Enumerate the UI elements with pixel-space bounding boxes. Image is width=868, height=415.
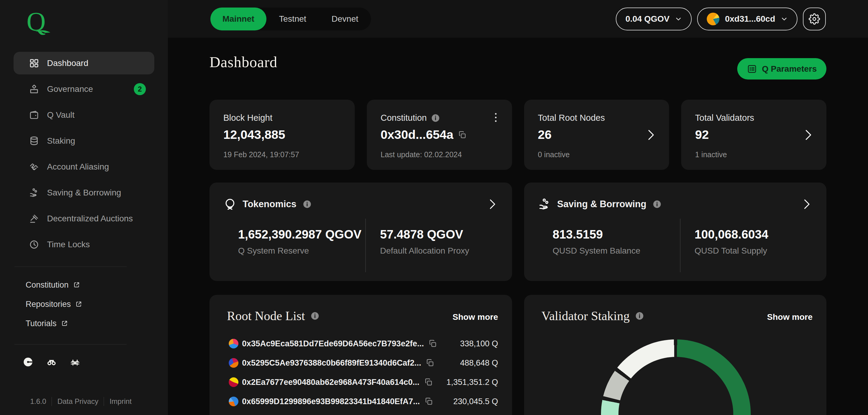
topbar-right: 0.04 QGOV 0xd31...60cd <box>616 7 826 30</box>
info-icon[interactable] <box>431 113 440 123</box>
footer-separator <box>104 397 104 406</box>
pie-chart-icon[interactable] <box>23 356 33 368</box>
network-tab-testnet[interactable]: Testnet <box>267 7 319 30</box>
stat-sub: 0 inactive <box>538 150 655 159</box>
sidebar-link-label: Constitution <box>26 280 69 290</box>
address-avatar <box>229 377 239 387</box>
sidebar-link-repositories[interactable]: Repositories <box>0 295 168 314</box>
total-validators-card[interactable]: Total Validators 92 1 inactive <box>681 100 827 170</box>
wallet-avatar <box>707 13 719 25</box>
node-address: 0x65999D1299896e93B99823341b41840EfA7... <box>242 397 420 406</box>
sidebar-item-account-aliasing[interactable]: Account Aliasing <box>13 155 154 178</box>
constitution-card[interactable]: Constitution 0x30d...654a Last update: 0… <box>367 100 512 170</box>
sidebar-divider <box>14 267 127 267</box>
stat-label: QUSD System Balance <box>553 246 641 256</box>
sidebar-item-label: Governance <box>47 84 93 94</box>
gear-icon <box>809 13 820 25</box>
stat-value: 1,652,390.2987 QGOV <box>238 228 361 241</box>
copy-icon[interactable] <box>458 130 467 139</box>
table-row[interactable]: 0x2Ea7677ee90480ab62e968A473F40a614c0...… <box>210 373 512 392</box>
table-row[interactable]: 0x35Ac9Eca581Dd7Ede69D6A56ec7B793e2fe...… <box>210 334 512 353</box>
data-privacy-link[interactable]: Data Privacy <box>57 397 98 406</box>
allocation-stat: 57.4878 QGOV Default Allocation Proxy <box>380 228 469 256</box>
copy-icon[interactable] <box>426 358 434 368</box>
stats-row: Block Height 12,043,885 19 Feb 2024, 19:… <box>210 100 827 170</box>
q-parameters-label: Q Parameters <box>762 64 817 74</box>
root-node-list-card: Root Node List Show more 0x35Ac9Eca581Dd… <box>210 295 512 415</box>
balance-label: 0.04 QGOV <box>625 14 670 24</box>
tokenomics-card[interactable]: Tokenomics 1,652,390.2987 QGOV Q System … <box>210 182 512 281</box>
stat-label: QUSD Total Supply <box>695 246 769 256</box>
settings-button[interactable] <box>803 7 826 30</box>
total-stake-donut-chart[interactable]: Total Stake <box>601 339 751 415</box>
saving-borrowing-card[interactable]: Saving & Borrowing 813.5159 QUSD System … <box>524 182 827 281</box>
dashboard-icon <box>29 58 39 68</box>
wallet-dropdown[interactable]: 0xd31...60cd <box>697 7 798 30</box>
sidebar-item-governance[interactable]: Governance 2 <box>13 78 154 100</box>
network-tab-mainnet[interactable]: Mainnet <box>210 7 267 30</box>
node-stake-amount: 230,045.5 Q <box>453 397 498 406</box>
governance-icon <box>29 84 39 94</box>
table-row[interactable]: 0x65999D1299896e93B99823341b41840EfA7...… <box>210 392 512 411</box>
info-icon[interactable] <box>303 200 312 209</box>
sidebar-item-q-vault[interactable]: Q Vault <box>13 104 154 126</box>
lists-row: Root Node List Show more 0x35Ac9Eca581Dd… <box>210 295 827 415</box>
external-link-icon <box>75 301 82 308</box>
gavel-icon <box>29 213 39 224</box>
chevron-right-icon[interactable] <box>486 198 498 210</box>
info-icon[interactable] <box>652 200 661 209</box>
stat-value: 100,068.6034 <box>695 228 769 241</box>
sidebar-divider <box>14 344 127 345</box>
root-node-rows: 0x35Ac9Eca581Dd7Ede69D6A56ec7B793e2fe...… <box>210 334 512 411</box>
stat-value: 12,043,885 <box>223 128 341 142</box>
sidebar-external-links: Constitution Repositories Tutorials <box>0 275 168 333</box>
external-link-icon <box>61 320 68 327</box>
node-stake-amount: 488,648 Q <box>460 358 498 368</box>
kebab-menu-icon[interactable] <box>492 112 500 123</box>
stat-label: Constitution <box>381 113 427 123</box>
network-switcher: Mainnet Testnet Devnet <box>210 7 371 30</box>
handshake-icon <box>29 162 39 172</box>
network-tab-devnet[interactable]: Devnet <box>319 7 371 30</box>
q-logo-swoosh <box>35 29 51 34</box>
show-more-link[interactable]: Show more <box>767 312 812 322</box>
copy-icon[interactable] <box>425 397 433 406</box>
sidebar-link-constitution[interactable]: Constitution <box>0 275 168 295</box>
chevron-right-icon[interactable] <box>802 129 814 141</box>
qusd-supply-stat: 100,068.6034 QUSD Total Supply <box>695 228 769 256</box>
show-more-link[interactable]: Show more <box>453 312 498 322</box>
table-row[interactable]: 0x5295C5Ae9376388c0b66f89fE91340d6Caf2..… <box>210 353 512 373</box>
sidebar-link-label: Repositories <box>26 300 71 309</box>
chevron-down-icon <box>781 15 788 23</box>
footer-separator <box>52 397 52 406</box>
imprint-link[interactable]: Imprint <box>110 397 131 406</box>
sidebar-item-label: Staking <box>47 136 75 146</box>
chevron-down-icon <box>675 15 682 23</box>
q-parameters-button[interactable]: Q Parameters <box>737 58 827 79</box>
sidebar-item-dashboard[interactable]: Dashboard <box>13 52 154 74</box>
info-icon[interactable] <box>635 311 644 320</box>
stat-sub: 1 inactive <box>695 150 812 159</box>
stat-value: 813.5159 <box>553 228 641 241</box>
sidebar-footer: 1.6.0 Data Privacy Imprint <box>30 397 132 406</box>
copy-icon[interactable] <box>424 378 433 387</box>
sidebar-item-staking[interactable]: Staking <box>13 130 154 152</box>
info-icon[interactable] <box>310 311 319 320</box>
overview-row: Tokenomics 1,652,390.2987 QGOV Q System … <box>210 182 827 281</box>
validator-staking-card: Validator Staking Show more Total Stake <box>524 295 827 415</box>
qusd-balance-stat: 813.5159 QUSD System Balance <box>553 228 641 256</box>
chevron-right-icon[interactable] <box>644 129 657 141</box>
balance-dropdown[interactable]: 0.04 QGOV <box>616 7 692 30</box>
block-height-card[interactable]: Block Height 12,043,885 19 Feb 2024, 19:… <box>210 100 355 170</box>
sidebar-link-tutorials[interactable]: Tutorials <box>0 314 168 333</box>
sidebar-item-saving-borrowing[interactable]: Saving & Borrowing <box>13 181 154 204</box>
copy-icon[interactable] <box>429 339 437 348</box>
chevron-right-icon[interactable] <box>801 198 812 210</box>
sidebar-item-decentralized-auctions[interactable]: Decentralized Auctions <box>13 207 154 230</box>
node-address: 0x35Ac9Eca581Dd7Ede69D6A56ec7B793e2fe... <box>242 339 424 348</box>
binoculars-icon[interactable] <box>46 356 57 368</box>
total-root-nodes-card[interactable]: Total Root Nodes 26 0 inactive <box>524 100 670 170</box>
sidebar-item-time-locks[interactable]: Time Locks <box>13 233 154 256</box>
vertical-divider <box>365 219 366 272</box>
bridge-icon[interactable] <box>70 356 81 368</box>
